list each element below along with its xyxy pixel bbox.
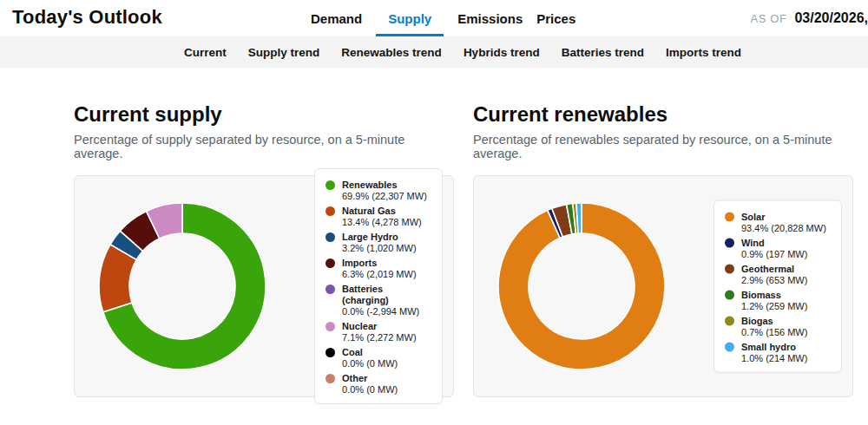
current-supply-section: Current supply Percentage of supply sepa…	[74, 102, 454, 397]
legend-value: 0.9% (197 MW)	[741, 249, 807, 260]
legend-item-geothermal[interactable]: Geothermal2.9% (653 MW)	[725, 264, 831, 286]
legend-item-coal[interactable]: Coal0.0% (0 MW)	[326, 347, 431, 369]
legend-value: 0.0% (0 MW)	[342, 358, 398, 369]
subnav-supply-trend[interactable]: Supply trend	[248, 46, 320, 59]
legend-item-large-hydro[interactable]: Large Hydro3.2% (1,020 MW)	[326, 232, 431, 254]
legend-color-dot	[326, 258, 335, 268]
legend-item-renewables[interactable]: Renewables69.9% (22,307 MW)	[326, 180, 431, 202]
legend-item-biogas[interactable]: Biogas0.7% (156 MW)	[725, 316, 831, 338]
legend-value: 0.7% (156 MW)	[741, 327, 807, 338]
legend-name: Geothermal	[741, 264, 807, 275]
subnav-hybrids-trend[interactable]: Hybrids trend	[464, 46, 540, 59]
legend-color-dot	[326, 374, 335, 383]
legend-name: Natural Gas	[342, 206, 422, 217]
legend-name: Biogas	[741, 316, 807, 327]
page-title: Today's Outlook	[12, 6, 162, 29]
current-supply-legend: Renewables69.9% (22,307 MW)Natural Gas13…	[314, 168, 443, 404]
legend-color-dot	[725, 265, 734, 274]
current-supply-donut-chart	[97, 201, 267, 371]
legend-item-imports[interactable]: Imports6.3% (2,019 MW)	[326, 258, 431, 280]
legend-value: 13.4% (4,278 MW)	[342, 217, 422, 228]
legend-item-small-hydro[interactable]: Small hydro1.0% (214 MW)	[725, 342, 831, 364]
legend-item-batteries-charging[interactable]: Batteries (charging)0.0% (-2,994 MW)	[326, 284, 431, 317]
main-content: Current supply Percentage of supply sepa…	[0, 68, 868, 397]
subnav-current[interactable]: Current	[184, 46, 227, 59]
main-nav: Demand Supply Emissions Prices	[311, 0, 575, 36]
legend-color-dot	[326, 348, 335, 357]
legend-name: Large Hydro	[342, 232, 417, 243]
legend-name: Other	[342, 373, 398, 384]
legend-item-biomass[interactable]: Biomass1.2% (259 MW)	[725, 290, 831, 312]
nav-tab-demand[interactable]: Demand	[311, 0, 362, 36]
subnav-batteries-trend[interactable]: Batteries trend	[562, 46, 644, 59]
nav-tab-prices[interactable]: Prices	[536, 0, 575, 36]
current-supply-chart-panel: Renewables69.9% (22,307 MW)Natural Gas13…	[74, 175, 454, 397]
subnav-renewables-trend[interactable]: Renewables trend	[341, 46, 442, 59]
legend-value: 0.0% (0 MW)	[342, 384, 398, 396]
current-supply-subtitle: Percentage of supply separated by resour…	[74, 133, 454, 160]
legend-name: Batteries (charging)	[342, 284, 431, 306]
nav-tab-supply[interactable]: Supply	[376, 0, 444, 36]
legend-value: 93.4% (20,828 MW)	[741, 223, 826, 234]
legend-color-dot	[725, 212, 734, 222]
as-of-date: 03/20/2026,	[794, 10, 868, 26]
current-renewables-legend: Solar93.4% (20,828 MW)Wind0.9% (197 MW)G…	[713, 200, 842, 373]
legend-name: Solar	[741, 212, 826, 223]
legend-color-dot	[725, 343, 734, 352]
legend-name: Biomass	[741, 290, 807, 301]
current-renewables-chart-panel: Solar93.4% (20,828 MW)Wind0.9% (197 MW)G…	[473, 175, 853, 397]
legend-color-dot	[326, 206, 335, 216]
legend-value: 1.2% (259 MW)	[741, 301, 807, 312]
as-of: AS OF 03/20/2026,	[750, 0, 868, 36]
current-renewables-title: Current renewables	[473, 102, 853, 127]
legend-name: Wind	[741, 238, 807, 249]
legend-value: 3.2% (1,020 MW)	[342, 243, 417, 254]
legend-color-dot	[725, 317, 734, 326]
legend-value: 2.9% (653 MW)	[741, 275, 807, 286]
legend-name: Coal	[342, 347, 398, 358]
current-supply-title: Current supply	[74, 102, 454, 127]
current-renewables-donut-chart	[496, 201, 667, 371]
legend-name: Nuclear	[342, 321, 417, 332]
supply-subnav: Current Supply trend Renewables trend Hy…	[0, 36, 868, 68]
legend-name: Renewables	[342, 180, 427, 191]
legend-color-dot	[725, 239, 734, 248]
app-header: Today's Outlook Demand Supply Emissions …	[0, 0, 868, 36]
legend-item-solar[interactable]: Solar93.4% (20,828 MW)	[725, 212, 831, 234]
legend-value: 7.1% (2,272 MW)	[342, 332, 417, 343]
legend-color-dot	[326, 322, 335, 331]
subnav-imports-trend[interactable]: Imports trend	[666, 46, 741, 59]
legend-item-wind[interactable]: Wind0.9% (197 MW)	[725, 238, 831, 260]
legend-value: 6.3% (2,019 MW)	[342, 269, 417, 280]
legend-value: 0.0% (-2,994 MW)	[342, 306, 431, 317]
legend-color-dot	[326, 284, 335, 294]
current-renewables-section: Current renewables Percentage of renewab…	[473, 102, 853, 397]
legend-name: Small hydro	[741, 342, 807, 353]
legend-color-dot	[725, 291, 734, 300]
legend-item-other[interactable]: Other0.0% (0 MW)	[326, 373, 431, 396]
legend-value: 69.9% (22,307 MW)	[342, 191, 427, 202]
legend-color-dot	[326, 180, 335, 190]
legend-item-nuclear[interactable]: Nuclear7.1% (2,272 MW)	[326, 321, 431, 343]
legend-item-natural-gas[interactable]: Natural Gas13.4% (4,278 MW)	[326, 206, 431, 228]
legend-name: Imports	[342, 258, 417, 269]
legend-color-dot	[326, 232, 335, 242]
as-of-label: AS OF	[750, 12, 786, 25]
nav-tab-emissions[interactable]: Emissions	[457, 0, 523, 36]
current-renewables-subtitle: Percentage of renewables separated by re…	[473, 133, 853, 160]
legend-value: 1.0% (214 MW)	[741, 353, 807, 364]
